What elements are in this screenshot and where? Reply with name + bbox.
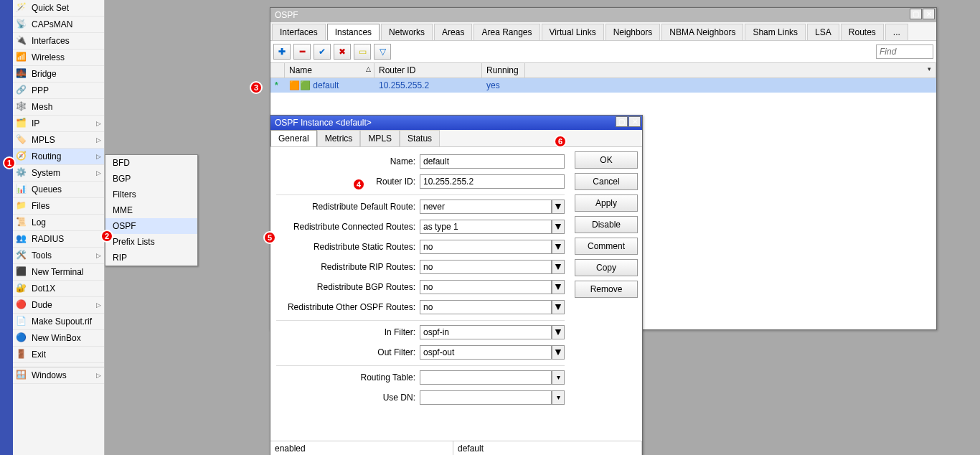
restore-button[interactable]: ▢ (910, 9, 922, 19)
antenna-icon: 📡 (16, 19, 27, 30)
menu-radius[interactable]: 👥RADIUS (13, 231, 104, 248)
menu-capsman[interactable]: 📡CAPsMAN (13, 17, 104, 33)
dropdown-button[interactable]: ⯆ (552, 260, 565, 274)
submenu-bfd[interactable]: BFD (105, 155, 197, 171)
find-input[interactable] (876, 44, 933, 59)
tab-sham-links[interactable]: Sham Links (745, 24, 806, 40)
col-name[interactable]: Name△ (285, 63, 374, 78)
table-row[interactable]: * 🟧🟩 default 10.255.255.2 yes (270, 78, 936, 93)
tab-nbma-neighbors[interactable]: NBMA Neighbors (661, 24, 743, 40)
menu-terminal[interactable]: ⬛New Terminal (13, 264, 104, 281)
menu-log[interactable]: 📜Log (13, 215, 104, 231)
menu-files[interactable]: 📁Files (13, 198, 104, 215)
comment-button[interactable]: ▭ (354, 44, 371, 60)
menu-tools[interactable]: 🛠️Tools▷ (13, 248, 104, 264)
expand-icon: ▷ (96, 372, 101, 379)
menu-supout[interactable]: 📄Make Supout.rif (13, 314, 104, 330)
submenu-rip[interactable]: RIP (105, 250, 197, 266)
apply-button[interactable]: Apply (575, 194, 638, 212)
queue-icon: 📊 (16, 184, 27, 195)
dropdown-button[interactable]: ⯆ (552, 325, 565, 339)
tab-instances[interactable]: Instances (327, 24, 380, 40)
tab-more[interactable]: ... (885, 24, 908, 40)
tab-status[interactable]: Status (400, 130, 440, 146)
dropdown-button[interactable]: ⯆ (552, 280, 565, 294)
tab-metrics[interactable]: Metrics (317, 130, 361, 146)
menu-queues[interactable]: 📊Queues (13, 182, 104, 198)
submenu-ospf[interactable]: OSPF (105, 218, 197, 234)
dropdown-button[interactable]: ⯆ (552, 300, 565, 314)
log-icon: 📜 (16, 217, 27, 228)
submenu-bgp[interactable]: BGP (105, 171, 197, 187)
copy-button[interactable]: Copy (575, 259, 638, 276)
enable-button[interactable]: ✔ (314, 44, 331, 60)
dropdown-button[interactable]: ▾ (552, 390, 565, 405)
close-button[interactable]: ✕ (628, 116, 641, 127)
redist-bgp-input[interactable] (420, 280, 552, 294)
col-spacer: ▾ (525, 63, 936, 78)
menu-bridge[interactable]: 🌉Bridge (13, 66, 104, 83)
redist-default-input[interactable] (420, 200, 552, 214)
comment-button[interactable]: Comment (575, 238, 638, 255)
menu-winbox[interactable]: 🔵New WinBox (13, 330, 104, 347)
restore-button[interactable]: ▢ (616, 116, 628, 127)
tab-area-ranges[interactable]: Area Ranges (473, 24, 540, 40)
tab-networks[interactable]: Networks (381, 24, 433, 40)
redist-connected-input[interactable] (420, 220, 552, 234)
tab-neighbors[interactable]: Neighbors (606, 24, 661, 40)
close-button[interactable]: ✕ (923, 9, 935, 19)
dropdown-button[interactable]: ⯆ (552, 220, 565, 234)
instance-dialog-title[interactable]: OSPF Instance <default> ▢ ✕ (270, 116, 642, 130)
in-filter-input[interactable] (420, 325, 552, 339)
router-id-input[interactable] (420, 174, 565, 189)
disable-button[interactable]: ✖ (334, 44, 351, 60)
menu-interfaces[interactable]: 🔌Interfaces (13, 33, 104, 50)
menu-dot1x[interactable]: 🔐Dot1X (13, 281, 104, 297)
use-dn-input[interactable] (420, 390, 552, 405)
cancel-button[interactable]: Cancel (575, 173, 638, 190)
submenu-filters[interactable]: Filters (105, 187, 197, 202)
add-button[interactable]: ✚ (273, 44, 291, 60)
dropdown-button[interactable]: ▾ (552, 370, 565, 385)
menu-mesh[interactable]: 🕸️Mesh (13, 99, 104, 116)
out-filter-input[interactable] (420, 345, 552, 360)
filter-button[interactable]: ▽ (374, 44, 391, 60)
submenu-mme[interactable]: MME (105, 202, 197, 218)
col-running[interactable]: Running (482, 63, 525, 78)
tab-interfaces[interactable]: Interfaces (272, 24, 326, 40)
menu-quick-set[interactable]: 🪄Quick Set (13, 0, 104, 17)
redist-other-input[interactable] (420, 300, 552, 314)
remove-button[interactable]: Remove (575, 281, 638, 298)
menu-exit[interactable]: 🚪Exit (13, 347, 104, 363)
menu-mpls[interactable]: 🏷️MPLS▷ (13, 132, 104, 149)
tab-virtual-links[interactable]: Virtual Links (542, 24, 604, 40)
menu-ip[interactable]: 🗂️IP▷ (13, 116, 104, 132)
dropdown-button[interactable]: ⯆ (552, 345, 565, 360)
menu-system[interactable]: ⚙️System▷ (13, 165, 104, 182)
disable-button[interactable]: Disable (575, 216, 638, 233)
tab-routes[interactable]: Routes (841, 24, 884, 40)
remove-button[interactable]: ━ (293, 44, 311, 60)
col-status[interactable] (270, 63, 285, 78)
tab-general[interactable]: General (270, 130, 317, 146)
redist-static-input[interactable] (420, 240, 552, 254)
routing-table-input[interactable] (420, 370, 552, 385)
redist-rip-input[interactable] (420, 260, 552, 274)
menu-dude[interactable]: 🔴Dude▷ (13, 297, 104, 314)
redist-rip-label: Redistribute RIP Routes: (276, 262, 420, 272)
tab-mpls[interactable]: MPLS (360, 130, 400, 146)
col-router-id[interactable]: Router ID (374, 63, 482, 78)
dropdown-button[interactable]: ⯆ (552, 200, 565, 214)
ospf-window-title[interactable]: OSPF ▢ ✕ (270, 8, 936, 22)
dropdown-button[interactable]: ⯆ (552, 240, 565, 254)
menu-windows[interactable]: 🪟Windows▷ (13, 367, 104, 384)
tab-lsa[interactable]: LSA (807, 24, 839, 40)
name-input[interactable] (420, 154, 565, 169)
menu-routing[interactable]: 🧭Routing▷ (13, 149, 104, 165)
menu-ppp[interactable]: 🔗PPP (13, 83, 104, 99)
mesh-icon: 🕸️ (16, 101, 27, 113)
submenu-prefix-lists[interactable]: Prefix Lists (105, 234, 197, 250)
tab-areas[interactable]: Areas (434, 24, 472, 40)
ok-button[interactable]: OK (575, 151, 638, 169)
menu-wireless[interactable]: 📶Wireless (13, 50, 104, 66)
